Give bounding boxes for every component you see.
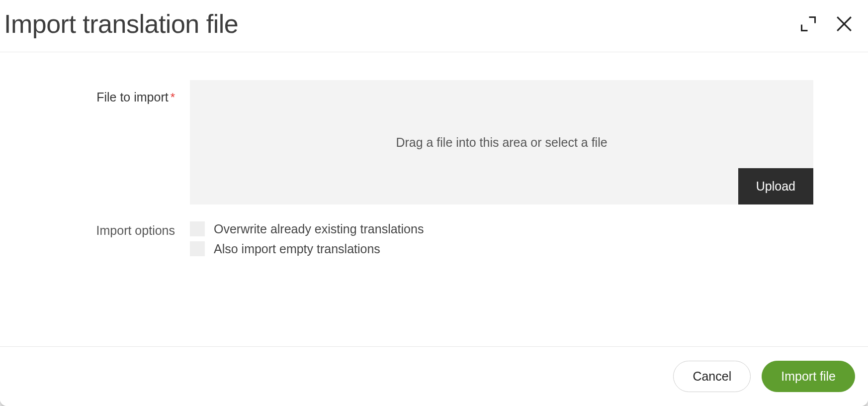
options-label: Import options bbox=[96, 223, 175, 237]
options-row: Import options Overwrite already existin… bbox=[0, 221, 868, 261]
options-label-col: Import options bbox=[0, 221, 190, 238]
empty-label: Also import empty translations bbox=[214, 242, 380, 256]
overwrite-label: Overwrite already existing translations bbox=[214, 222, 424, 236]
header-icons bbox=[797, 13, 855, 35]
fullscreen-icon bbox=[799, 15, 817, 33]
option-overwrite: Overwrite already existing translations bbox=[190, 221, 813, 236]
dropzone-text: Drag a file into this area or select a f… bbox=[396, 135, 607, 150]
cancel-button[interactable]: Cancel bbox=[673, 361, 751, 392]
empty-checkbox[interactable] bbox=[190, 241, 205, 256]
dialog-title: Import translation file bbox=[4, 9, 238, 39]
options-control-col: Overwrite already existing translations … bbox=[190, 221, 868, 261]
file-label-col: File to import* bbox=[0, 80, 190, 104]
file-label: File to import bbox=[96, 90, 168, 104]
file-row: File to import* Drag a file into this ar… bbox=[0, 80, 868, 204]
dialog-body: File to import* Drag a file into this ar… bbox=[0, 52, 868, 346]
file-dropzone[interactable]: Drag a file into this area or select a f… bbox=[190, 80, 813, 204]
dialog-header: Import translation file bbox=[0, 0, 868, 52]
fullscreen-button[interactable] bbox=[797, 13, 819, 35]
file-control-col: Drag a file into this area or select a f… bbox=[190, 80, 868, 204]
close-button[interactable] bbox=[833, 13, 855, 35]
overwrite-checkbox[interactable] bbox=[190, 221, 205, 236]
close-icon bbox=[835, 14, 854, 33]
option-empty: Also import empty translations bbox=[190, 241, 813, 256]
upload-button[interactable]: Upload bbox=[738, 168, 813, 204]
dialog-footer: Cancel Import file bbox=[0, 346, 868, 406]
required-marker: * bbox=[171, 91, 175, 104]
import-file-button[interactable]: Import file bbox=[762, 361, 855, 392]
import-translation-dialog: Import translation file File to import* bbox=[0, 0, 868, 406]
